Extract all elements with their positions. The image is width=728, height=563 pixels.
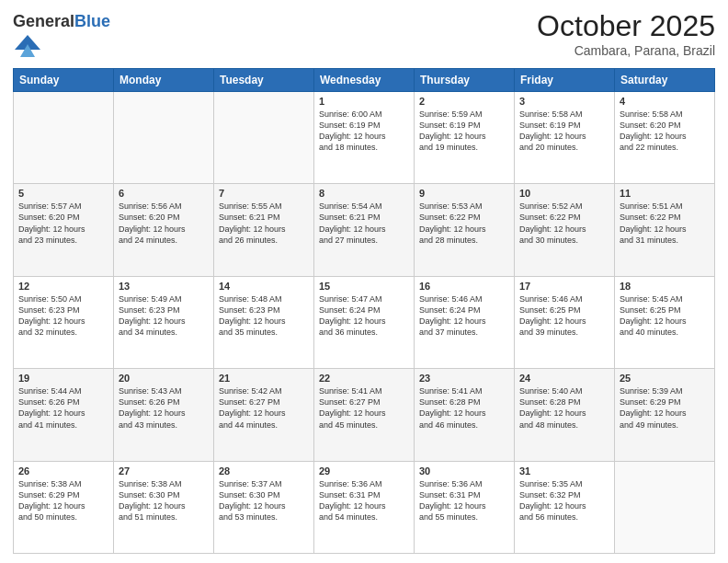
day-info: Sunrise: 5:51 AM Sunset: 6:22 PM Dayligh… xyxy=(620,201,710,246)
day-number: 7 xyxy=(219,188,309,199)
calendar-cell: 12Sunrise: 5:50 AM Sunset: 6:23 PM Dayli… xyxy=(14,276,114,368)
logo-icon xyxy=(15,31,40,57)
day-info: Sunrise: 5:49 AM Sunset: 6:23 PM Dayligh… xyxy=(119,293,209,339)
day-info: Sunrise: 5:47 AM Sunset: 6:24 PM Dayligh… xyxy=(319,293,409,339)
calendar-cell: 24Sunrise: 5:40 AM Sunset: 6:28 PM Dayli… xyxy=(515,369,615,461)
day-number: 19 xyxy=(18,373,108,384)
day-info: Sunrise: 5:59 AM Sunset: 6:19 PM Dayligh… xyxy=(419,109,509,154)
calendar-cell: 26Sunrise: 5:38 AM Sunset: 6:29 PM Dayli… xyxy=(14,461,114,553)
day-info: Sunrise: 5:40 AM Sunset: 6:28 PM Dayligh… xyxy=(519,385,609,431)
calendar-cell: 14Sunrise: 5:48 AM Sunset: 6:23 PM Dayli… xyxy=(214,276,314,368)
calendar-cell: 11Sunrise: 5:51 AM Sunset: 6:22 PM Dayli… xyxy=(615,184,715,276)
day-info: Sunrise: 5:38 AM Sunset: 6:30 PM Dayligh… xyxy=(119,478,209,523)
calendar-cell: 17Sunrise: 5:46 AM Sunset: 6:25 PM Dayli… xyxy=(515,276,615,368)
day-info: Sunrise: 5:36 AM Sunset: 6:31 PM Dayligh… xyxy=(319,478,409,523)
calendar-cell xyxy=(114,91,214,183)
day-info: Sunrise: 5:44 AM Sunset: 6:26 PM Dayligh… xyxy=(18,385,108,431)
day-header-wednesday: Wednesday xyxy=(314,68,415,91)
day-number: 24 xyxy=(519,373,609,384)
day-number: 26 xyxy=(18,465,108,477)
day-number: 8 xyxy=(319,188,409,199)
day-number: 28 xyxy=(219,465,309,477)
day-info: Sunrise: 5:45 AM Sunset: 6:25 PM Dayligh… xyxy=(620,293,710,339)
day-number: 29 xyxy=(319,465,409,477)
day-number: 5 xyxy=(18,188,108,199)
day-number: 20 xyxy=(119,373,209,384)
day-number: 31 xyxy=(519,465,609,477)
day-number: 10 xyxy=(519,188,609,199)
calendar-cell xyxy=(14,91,114,183)
day-info: Sunrise: 5:36 AM Sunset: 6:31 PM Dayligh… xyxy=(419,478,509,523)
day-header-saturday: Saturday xyxy=(615,68,715,91)
logo: GeneralBlue xyxy=(13,13,110,61)
day-info: Sunrise: 5:58 AM Sunset: 6:20 PM Dayligh… xyxy=(620,109,710,154)
calendar-cell: 6Sunrise: 5:56 AM Sunset: 6:20 PM Daylig… xyxy=(114,184,214,276)
title-block: October 2025 Cambara, Parana, Brazil xyxy=(537,9,715,58)
calendar-table: SundayMondayTuesdayWednesdayThursdayFrid… xyxy=(13,68,715,554)
calendar-week-4: 19Sunrise: 5:44 AM Sunset: 6:26 PM Dayli… xyxy=(14,369,715,461)
calendar-week-5: 26Sunrise: 5:38 AM Sunset: 6:29 PM Dayli… xyxy=(14,461,715,553)
day-header-sunday: Sunday xyxy=(14,68,114,91)
day-number: 14 xyxy=(219,281,309,292)
day-header-thursday: Thursday xyxy=(415,68,515,91)
calendar-cell: 7Sunrise: 5:55 AM Sunset: 6:21 PM Daylig… xyxy=(214,184,314,276)
day-info: Sunrise: 5:53 AM Sunset: 6:22 PM Dayligh… xyxy=(419,201,509,246)
calendar-cell: 23Sunrise: 5:41 AM Sunset: 6:28 PM Dayli… xyxy=(415,369,515,461)
day-number: 9 xyxy=(419,188,509,199)
logo-blue: Blue xyxy=(74,12,110,30)
logo-text: GeneralBlue xyxy=(13,13,110,31)
calendar-week-1: 1Sunrise: 6:00 AM Sunset: 6:19 PM Daylig… xyxy=(14,91,715,183)
day-header-friday: Friday xyxy=(515,68,615,91)
calendar-cell: 21Sunrise: 5:42 AM Sunset: 6:27 PM Dayli… xyxy=(214,369,314,461)
calendar-cell: 22Sunrise: 5:41 AM Sunset: 6:27 PM Dayli… xyxy=(314,369,415,461)
day-number: 18 xyxy=(620,281,710,292)
day-info: Sunrise: 5:46 AM Sunset: 6:24 PM Dayligh… xyxy=(419,293,509,339)
calendar-week-2: 5Sunrise: 5:57 AM Sunset: 6:20 PM Daylig… xyxy=(14,184,715,276)
calendar-cell: 28Sunrise: 5:37 AM Sunset: 6:30 PM Dayli… xyxy=(214,461,314,553)
day-number: 4 xyxy=(620,96,710,107)
day-number: 17 xyxy=(519,281,609,292)
calendar-cell: 27Sunrise: 5:38 AM Sunset: 6:30 PM Dayli… xyxy=(114,461,214,553)
calendar-cell: 15Sunrise: 5:47 AM Sunset: 6:24 PM Dayli… xyxy=(314,276,415,368)
calendar-cell: 16Sunrise: 5:46 AM Sunset: 6:24 PM Dayli… xyxy=(415,276,515,368)
calendar-cell: 8Sunrise: 5:54 AM Sunset: 6:21 PM Daylig… xyxy=(314,184,415,276)
day-number: 1 xyxy=(319,96,409,107)
day-header-monday: Monday xyxy=(114,68,214,91)
day-info: Sunrise: 5:52 AM Sunset: 6:22 PM Dayligh… xyxy=(519,201,609,246)
day-info: Sunrise: 5:41 AM Sunset: 6:27 PM Dayligh… xyxy=(319,385,409,431)
day-info: Sunrise: 5:39 AM Sunset: 6:29 PM Dayligh… xyxy=(620,385,710,431)
calendar-cell: 29Sunrise: 5:36 AM Sunset: 6:31 PM Dayli… xyxy=(314,461,415,553)
day-number: 21 xyxy=(219,373,309,384)
day-info: Sunrise: 5:38 AM Sunset: 6:29 PM Dayligh… xyxy=(18,478,108,523)
day-info: Sunrise: 5:55 AM Sunset: 6:21 PM Dayligh… xyxy=(219,201,309,246)
day-number: 22 xyxy=(319,373,409,384)
day-info: Sunrise: 6:00 AM Sunset: 6:19 PM Dayligh… xyxy=(319,109,409,154)
day-number: 27 xyxy=(119,465,209,477)
day-info: Sunrise: 5:43 AM Sunset: 6:26 PM Dayligh… xyxy=(119,385,209,431)
calendar-cell: 3Sunrise: 5:58 AM Sunset: 6:19 PM Daylig… xyxy=(515,91,615,183)
day-number: 16 xyxy=(419,281,509,292)
calendar-week-3: 12Sunrise: 5:50 AM Sunset: 6:23 PM Dayli… xyxy=(14,276,715,368)
day-number: 25 xyxy=(620,373,710,384)
calendar-cell: 20Sunrise: 5:43 AM Sunset: 6:26 PM Dayli… xyxy=(114,369,214,461)
calendar-header-row: SundayMondayTuesdayWednesdayThursdayFrid… xyxy=(14,68,715,91)
calendar-cell: 19Sunrise: 5:44 AM Sunset: 6:26 PM Dayli… xyxy=(14,369,114,461)
day-number: 15 xyxy=(319,281,409,292)
day-info: Sunrise: 5:46 AM Sunset: 6:25 PM Dayligh… xyxy=(519,293,609,339)
day-info: Sunrise: 5:41 AM Sunset: 6:28 PM Dayligh… xyxy=(419,385,509,431)
day-number: 3 xyxy=(519,96,609,107)
day-info: Sunrise: 5:37 AM Sunset: 6:30 PM Dayligh… xyxy=(219,478,309,523)
header: GeneralBlue October 2025 Cambara, Parana… xyxy=(13,9,715,61)
calendar-cell xyxy=(615,461,715,553)
day-info: Sunrise: 5:56 AM Sunset: 6:20 PM Dayligh… xyxy=(119,201,209,246)
calendar-cell: 9Sunrise: 5:53 AM Sunset: 6:22 PM Daylig… xyxy=(415,184,515,276)
calendar-cell: 30Sunrise: 5:36 AM Sunset: 6:31 PM Dayli… xyxy=(415,461,515,553)
day-number: 6 xyxy=(119,188,209,199)
calendar-cell: 18Sunrise: 5:45 AM Sunset: 6:25 PM Dayli… xyxy=(615,276,715,368)
logo-general: General xyxy=(13,12,74,30)
calendar-cell: 1Sunrise: 6:00 AM Sunset: 6:19 PM Daylig… xyxy=(314,91,415,183)
day-info: Sunrise: 5:50 AM Sunset: 6:23 PM Dayligh… xyxy=(18,293,108,339)
calendar-cell: 31Sunrise: 5:35 AM Sunset: 6:32 PM Dayli… xyxy=(515,461,615,553)
page: GeneralBlue October 2025 Cambara, Parana… xyxy=(0,0,728,563)
calendar-cell: 25Sunrise: 5:39 AM Sunset: 6:29 PM Dayli… xyxy=(615,369,715,461)
